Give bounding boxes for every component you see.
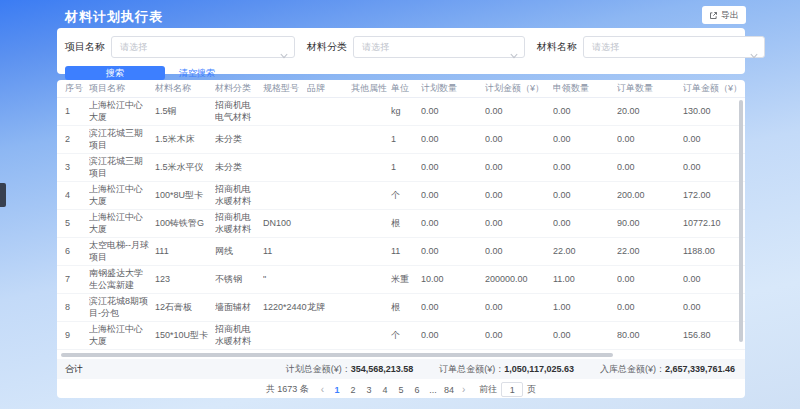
filter-actions: 搜索 清空搜索 (65, 66, 215, 80)
table-cell: 8 (65, 302, 89, 313)
table-cell: 0.00 (553, 134, 617, 145)
table-row: 9上海松江中心大厦150*10U型卡招商机电水暖材料个0.000.000.008… (57, 322, 745, 350)
header-cell: 项目名称 (89, 82, 155, 95)
goto-label: 前往 (479, 383, 497, 396)
page-button[interactable]: 1 (330, 385, 344, 395)
table-cell: 招商机电水暖材料 (215, 212, 263, 235)
table-cell: 1.00 (553, 302, 617, 313)
table-cell: 0.00 (485, 190, 553, 201)
summary-total-value: 2,657,339,761.46 (665, 364, 735, 374)
page-button[interactable]: 84 (442, 385, 456, 395)
page-ellipsis[interactable]: ... (426, 385, 440, 395)
chevron-down-icon (750, 45, 758, 63)
pagination-total: 共 1673 条 (266, 383, 309, 396)
table-cell: 12石膏板 (155, 302, 215, 313)
table-cell: 0.00 (683, 302, 741, 313)
table-cell: 11.00 (553, 274, 617, 285)
filter-select[interactable]: 请选择 (111, 36, 295, 58)
table-cell: 0.00 (485, 246, 553, 257)
table-cell: 1220*2440*12 (263, 302, 307, 313)
page-button[interactable]: 2 (346, 385, 360, 395)
goto-page-input[interactable] (501, 382, 523, 397)
table-cell: 3 (65, 162, 89, 173)
page-buttons: 123456...84 (330, 385, 456, 395)
table-cell: 111 (155, 246, 215, 257)
vertical-scrollbar[interactable] (739, 100, 743, 342)
table-cell: 150*10U型卡 (155, 330, 215, 341)
page-button[interactable]: 3 (362, 385, 376, 395)
header-cell: 材料分类 (215, 82, 263, 95)
select-placeholder: 请选择 (362, 41, 389, 54)
table-row: 8滨江花城8期项目-分包12石膏板墙面辅材1220*2440*12龙牌根0.00… (57, 294, 745, 322)
header-cell: 序号 (65, 82, 89, 95)
table-header: 序号项目名称材料名称材料分类规格型号品牌其他属性单位计划数量计划金额（¥）申领数… (57, 80, 745, 98)
page-button[interactable]: 5 (394, 385, 408, 395)
table-cell: 上海松江中心大厦 (89, 324, 155, 347)
table-cell: 滨江花城三期项目 (89, 128, 155, 151)
table-cell: 1188.00 (683, 246, 741, 257)
next-page-button[interactable]: › (460, 384, 467, 395)
sidebar-collapse-handle[interactable] (0, 183, 6, 207)
prev-page-button[interactable]: ‹ (319, 384, 326, 395)
table-cell: 22.00 (617, 246, 683, 257)
table-cell: 0.00 (421, 162, 485, 173)
table-cell: 太空电梯--月球项目 (89, 240, 155, 263)
table-cell: 不锈钢 (215, 274, 263, 285)
table-cell: 0.00 (485, 106, 553, 117)
header-cell: 其他属性 (351, 82, 391, 95)
table-cell: 0.00 (485, 302, 553, 313)
header-cell: 品牌 (307, 82, 351, 95)
filter-select[interactable]: 请选择 (583, 36, 765, 58)
summary-total-value: 1,050,117,025.63 (504, 364, 574, 374)
table-cell: 龙牌 (307, 302, 351, 313)
data-table: 序号项目名称材料名称材料分类规格型号品牌其他属性单位计划数量计划金额（¥）申领数… (57, 80, 745, 398)
table-cell: 6 (65, 246, 89, 257)
table-cell: DN100 (263, 218, 307, 229)
filter-panel: 项目名称请选择材料分类请选择材料名称请选择 搜索 清空搜索 (57, 28, 745, 74)
table-cell: 0.00 (485, 218, 553, 229)
table-cell: 1 (65, 106, 89, 117)
table-cell: 招商机电水暖材料 (215, 324, 263, 347)
filter-field: 材料名称请选择 (537, 36, 765, 58)
table-cell: 0.00 (421, 330, 485, 341)
table-cell: 招商机电水暖材料 (215, 184, 263, 207)
filter-select[interactable]: 请选择 (353, 36, 525, 58)
table-cell: 个 (391, 190, 421, 201)
summary-label: 合计 (65, 363, 83, 376)
pagination: 共 1673 条 ‹ 123456...84 › 前往 页 (57, 381, 745, 398)
table-cell: 0.00 (683, 162, 741, 173)
page-title: 材料计划执行表 (65, 8, 163, 26)
table-cell: 根 (391, 302, 421, 313)
search-button[interactable]: 搜索 (65, 66, 165, 80)
header-cell: 计划数量 (421, 82, 485, 95)
select-placeholder: 请选择 (592, 41, 619, 54)
table-cell: kg (391, 106, 421, 117)
table-cell: 0.00 (421, 106, 485, 117)
horizontal-scrollbar[interactable] (61, 353, 613, 357)
table-cell: 11 (263, 246, 307, 257)
table-cell: 1.5铜 (155, 106, 215, 117)
table-cell: 200.00 (617, 190, 683, 201)
table-cell: 1.5米木床 (155, 134, 215, 145)
table-cell: 网线 (215, 246, 263, 257)
table-cell: 9 (65, 330, 89, 341)
page-button[interactable]: 4 (378, 385, 392, 395)
table-cell: 123 (155, 274, 215, 285)
table-cell: 南钢盛达大学生公寓新建 (89, 268, 155, 291)
table-cell: 172.00 (683, 190, 741, 201)
table-row: 2滨江花城三期项目1.5米木床未分类10.000.000.000.000.00 (57, 126, 745, 154)
table-cell: 11 (391, 246, 421, 257)
table-cell: 0.00 (553, 106, 617, 117)
table-row: 7南钢盛达大学生公寓新建123不锈钢"米重10.00200000.0011.00… (57, 266, 745, 294)
summary-total: 入库总金额(¥)：2,657,339,761.46 (600, 363, 735, 376)
table-cell: 滨江花城三期项目 (89, 156, 155, 179)
export-icon (709, 11, 718, 20)
clear-search-button[interactable]: 清空搜索 (179, 67, 215, 80)
table-body: 1上海松江中心大厦1.5铜招商机电电气材料kg0.000.000.0020.00… (57, 98, 745, 350)
export-button[interactable]: 导出 (702, 6, 746, 24)
header-cell: 申领数量 (553, 82, 617, 95)
table-cell: 0.00 (617, 302, 683, 313)
page-button[interactable]: 6 (410, 385, 424, 395)
table-cell: 22.00 (553, 246, 617, 257)
table-cell: 156.80 (683, 330, 741, 341)
